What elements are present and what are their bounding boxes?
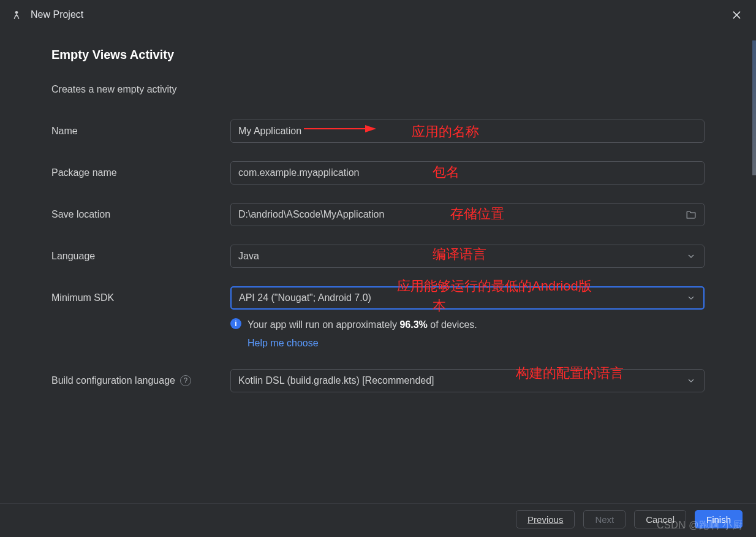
cancel-button[interactable]: Cancel [634,510,686,528]
side-artifact [752,40,756,175]
svg-point-0 [15,11,18,14]
android-studio-icon [11,9,22,20]
package-input[interactable] [230,161,705,185]
info-icon: i [230,318,241,329]
minimum-sdk-select[interactable]: API 24 ("Nougat"; Android 7.0) [230,286,705,310]
label-build-config: Build configuration language ? [51,375,230,386]
info-suffix: of devices. [428,319,477,330]
minimum-sdk-value: API 24 ("Nougat"; Android 7.0) [239,292,371,303]
row-language: Language Java [51,245,705,268]
language-value: Java [238,251,259,262]
label-package: Package name [51,167,230,178]
build-config-select[interactable]: Kotlin DSL (build.gradle.kts) [Recommend… [230,369,705,392]
dialog-content: Empty Views Activity Creates a new empty… [0,29,756,503]
label-name: Name [51,126,230,137]
info-percent: 96.3% [399,319,427,330]
page-heading: Empty Views Activity [51,48,705,62]
row-minimum-sdk: Minimum SDK API 24 ("Nougat"; Android 7.… [51,286,705,310]
label-language: Language [51,251,230,262]
finish-button[interactable]: Finish [695,510,743,528]
dialog-footer: Previous Next Cancel Finish [0,503,756,537]
close-button[interactable] [728,6,745,23]
titlebar: New Project [0,0,756,29]
folder-browse-icon[interactable] [685,208,697,221]
label-save-location: Save location [51,209,230,220]
row-save-location: Save location [51,203,705,226]
chevron-down-icon [685,250,697,262]
build-config-value: Kotlin DSL (build.gradle.kts) [Recommend… [238,375,434,386]
chevron-down-icon [685,375,697,387]
sdk-device-info: i Your app will run on approximately 96.… [51,317,705,351]
save-location-input[interactable] [230,203,705,226]
page-subtitle: Creates a new empty activity [51,84,705,95]
info-prefix: Your app will run on approximately [248,319,399,330]
previous-button[interactable]: Previous [516,510,575,528]
label-minimum-sdk: Minimum SDK [51,292,230,303]
help-icon[interactable]: ? [180,375,191,386]
row-build-config: Build configuration language ? Kotlin DS… [51,369,705,392]
chevron-down-icon [685,292,697,304]
row-package: Package name [51,161,705,185]
next-button: Next [583,510,626,528]
window-title: New Project [31,9,83,20]
row-name: Name [51,120,705,143]
language-select[interactable]: Java [230,245,705,268]
help-me-choose-link[interactable]: Help me choose [248,335,477,351]
name-input[interactable] [230,120,705,143]
